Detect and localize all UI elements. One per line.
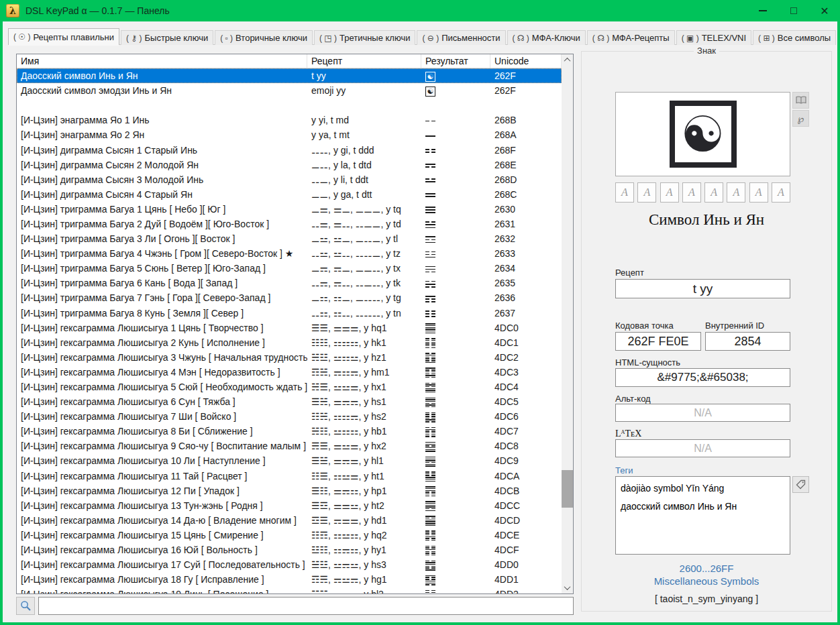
cell-name: [И-Цзин] гексаграмма Люшисыгуа 19 Линь [… [17, 589, 307, 593]
table-row[interactable]: [И-Цзин] гексаграмма Люшисыгуа 15 Цянь [… [17, 528, 562, 543]
table-row[interactable]: [И-Цзин] диграмма Сысян 3 Молодой Инь⚋⚊,… [17, 172, 562, 187]
scroll-down-button[interactable] [562, 582, 573, 593]
table-row[interactable]: [И-Цзин] гексаграмма Люшисыгуа 1 Цянь [ … [17, 321, 562, 335]
table-row[interactable]: [И-Цзин] триграмма Багуа 2 Дуй [ Водоём … [17, 217, 562, 231]
table-row[interactable]: [И-Цзин] диграмма Сысян 4 Старый Ян⚊⚊, y… [17, 187, 562, 202]
scrollbar-thumb[interactable] [562, 470, 573, 508]
table-row-empty[interactable] [17, 98, 562, 113]
scroll-up-button[interactable] [562, 54, 573, 66]
font-preview-button[interactable]: A [660, 182, 679, 203]
tab-7[interactable]: ( ▣ ) TELEX/VNI [676, 30, 751, 45]
panel-legend: Знак [694, 46, 719, 56]
font-preview-button[interactable]: A [772, 182, 790, 203]
table-row[interactable]: [И-Цзин] триграмма Багуа 3 Ли [ Огонь ][… [17, 231, 562, 246]
cell-recipe: ⚊⚎, ⚎⚊, ⚊⚊⚋, y tx [307, 263, 421, 274]
tab-label: Вторичные ключи [235, 33, 307, 43]
tags-textarea[interactable] [615, 476, 790, 555]
latex-label: LᴬTᴇX [615, 429, 641, 439]
table-row[interactable]: [И-Цзин] гексаграмма Люшисыгуа 11 Тай [ … [17, 469, 562, 484]
table-row[interactable]: [И-Цзин] энаграмма Яо 1 Иньy yi, t md268… [17, 113, 562, 127]
table-row[interactable]: [И-Цзин] триграмма Багуа 7 Гэнь [ Гора ]… [17, 290, 562, 305]
hexagram-lines-icon [425, 367, 435, 378]
tab-8[interactable]: ( ⊞ ) Все символы [753, 30, 836, 45]
table-row[interactable]: [И-Цзин] гексаграмма Люшисыгуа 17 Суй [ … [17, 557, 562, 572]
tab-4[interactable]: ( ⊖ ) Письменности [417, 30, 505, 45]
cell-recipe: ☳☷, ⚏⚎⚏, y hy1 [307, 545, 421, 555]
table-row[interactable]: [И-Цзин] гексаграмма Люшисыгуа 8 Би [ Сб… [17, 424, 562, 439]
table-row[interactable]: [И-Цзин] гексаграмма Люшисыгуа 10 Ли [ Н… [17, 453, 562, 468]
cell-name: [И-Цзин] гексаграмма Люшисыгуа 3 Чжунь [… [17, 352, 307, 363]
table-row[interactable]: [И-Цзин] гексаграмма Люшисыгуа 5 Сюй [ Н… [17, 380, 562, 394]
table-row[interactable]: [И-Цзин] диграмма Сысян 2 Молодой Ян⚊⚋, … [17, 158, 562, 172]
font-preview-button[interactable]: A [727, 182, 745, 203]
tab-1[interactable]: ( ⚷ ) Быстрые ключи [121, 30, 213, 45]
font-preview-button[interactable]: A [637, 182, 656, 203]
font-preview-button[interactable]: A [615, 182, 634, 203]
entry-id: [ taoist_n_sym_yinyang ] [582, 593, 831, 604]
table-row[interactable]: [И-Цзин] гексаграмма Люшисыгуа 4 Мэн [ Н… [17, 365, 562, 380]
hexagram-lines-icon [425, 412, 435, 422]
table-row[interactable]: [И-Цзин] триграмма Багуа 5 Сюнь [ Ветер … [17, 261, 562, 276]
hexagram-lines-icon [425, 207, 435, 213]
tag-button[interactable] [792, 476, 809, 493]
chevron-down-icon [564, 583, 571, 590]
tab-label: Письменности [441, 33, 500, 43]
html-entity-field[interactable] [615, 368, 790, 387]
table-row[interactable]: [И-Цзин] гексаграмма Люшисыгуа 7 Ши [ Во… [17, 409, 562, 424]
table-row[interactable]: [И-Цзин] триграмма Багуа 8 Кунь [ Земля … [17, 306, 562, 321]
cell-name: [И-Цзин] триграмма Багуа 8 Кунь [ Земля … [17, 308, 307, 319]
hexagram-lines-icon [425, 323, 435, 333]
cell-result [421, 189, 490, 200]
table-row[interactable]: [И-Цзин] триграмма Багуа 4 Чжэнь [ Гром … [17, 246, 562, 261]
book-button[interactable] [792, 92, 809, 109]
minimize-button[interactable] [747, 0, 778, 21]
font-preview-button[interactable]: A [749, 182, 768, 203]
table-row[interactable]: [И-Цзин] гексаграмма Люшисыгуа 9 Сяо-чу … [17, 439, 562, 453]
column-header[interactable]: Unicode [490, 54, 562, 68]
column-header[interactable]: Рецепт [307, 54, 421, 68]
recipe-field[interactable] [615, 279, 790, 298]
table-row[interactable]: [И-Цзин] триграмма Багуа 1 Цянь [ Небо ]… [17, 202, 562, 217]
table-row[interactable]: [И-Цзин] гексаграмма Люшисыгуа 13 Тун-жэ… [17, 498, 562, 513]
font-preview-button[interactable]: A [704, 182, 723, 203]
cell-recipe: ☵☳, ⚍⚏⚍, y hz1 [307, 352, 421, 363]
close-button[interactable]: ✕ [809, 0, 840, 21]
table-row[interactable]: [И-Цзин] гексаграмма Люшисыгуа 12 Пи [ У… [17, 484, 562, 498]
tab-3[interactable]: ( ◳ ) Третичные ключи [314, 30, 416, 45]
vertical-scrollbar[interactable] [562, 54, 573, 593]
table-row[interactable]: [И-Цзин] гексаграмма Люшисыгуа 14 Да-ю [… [17, 513, 562, 528]
maximize-button[interactable] [778, 0, 809, 21]
character-panel: Знак ☯ ℘ AAAAAAAA Символ Инь и Ян Рецепт… [581, 51, 832, 612]
cell-result [421, 441, 490, 452]
table-row[interactable]: Даосский символ Инь и Янt yy☯262F [17, 68, 562, 83]
cell-name: [И-Цзин] гексаграмма Люшисыгуа 14 Да-ю [… [17, 515, 307, 526]
internal-id-field[interactable] [705, 332, 790, 351]
column-header[interactable]: Имя [17, 54, 307, 68]
tab-2[interactable]: ( ▫ ) Вторичные ключи [215, 30, 313, 45]
table-row[interactable]: [И-Цзин] гексаграмма Люшисыгуа 18 Гу [ И… [17, 572, 562, 587]
table-row[interactable]: [И-Цзин] гексаграмма Люшисыгуа 2 Кунь [ … [17, 335, 562, 350]
tab-label: Третичные ключи [339, 33, 411, 43]
table-row[interactable]: [И-Цзин] триграмма Багуа 6 Кань [ Вода ]… [17, 276, 562, 290]
table-row[interactable]: [И-Цзин] энаграмма Яо 2 Янy ya, t mt268A [17, 127, 562, 142]
table-row[interactable]: [И-Цзин] гексаграмма Люшисыгуа 19 Линь [… [17, 587, 562, 593]
search-button[interactable] [16, 597, 35, 615]
table-row[interactable]: [И-Цзин] гексаграмма Люшисыгуа 6 Сун [ Т… [17, 394, 562, 409]
tab-6[interactable]: ( ☊ ) МФА-Рецепты [587, 30, 675, 45]
font-preview-button[interactable]: A [682, 182, 701, 203]
search-input[interactable] [38, 597, 574, 615]
column-header[interactable]: Результат [421, 54, 490, 68]
weierstrass-p-button[interactable]: ℘ [792, 110, 809, 127]
tab-0[interactable]: ( ☉ ) Рецепты плавильни [8, 28, 119, 45]
table-row[interactable]: [И-Цзин] гексаграмма Люшисыгуа 3 Чжунь [… [17, 350, 562, 365]
alt-code-field[interactable] [615, 404, 790, 422]
table-row[interactable]: Даосский символ эмодзи Инь и Янemoji yy☯… [17, 83, 562, 98]
tab-5[interactable]: ( ☊ ) МФА-Ключи [507, 30, 586, 45]
table-row[interactable]: [И-Цзин] диграмма Сысян 1 Старый Инь⚋⚋, … [17, 142, 562, 157]
cell-result [421, 455, 490, 467]
latex-field[interactable] [615, 439, 790, 457]
cell-unicode: 268A [490, 129, 562, 140]
table-row[interactable]: [И-Цзин] гексаграмма Люшисыгуа 16 Юй [ В… [17, 543, 562, 557]
unicode-block-link[interactable]: 2600...26FF Miscellaneous Symbols [582, 563, 831, 588]
codepoint-field[interactable] [615, 332, 701, 351]
